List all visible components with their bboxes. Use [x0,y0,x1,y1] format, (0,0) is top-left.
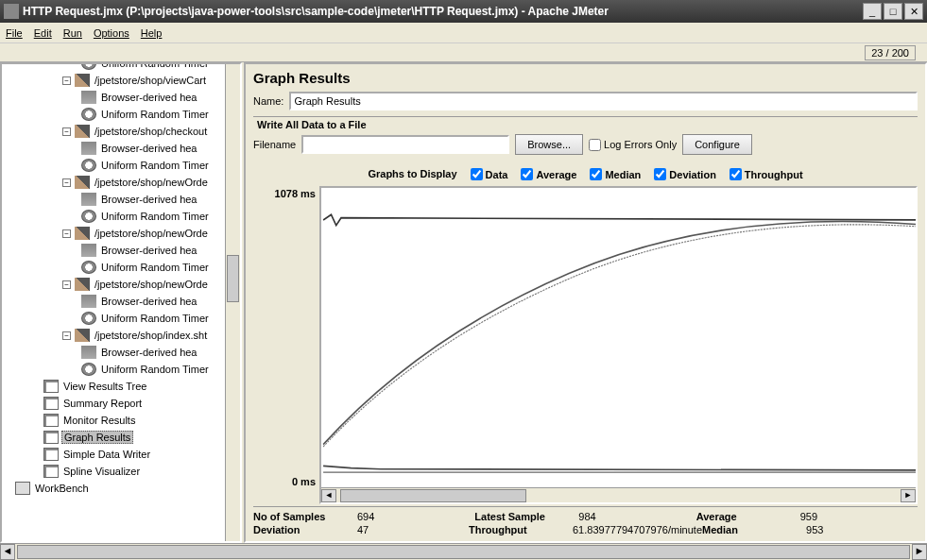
log-errors-checkbox[interactable]: Log Errors Only [589,139,677,151]
timer-icon [81,363,96,376]
pencil-icon [75,227,90,240]
tree-label: /jpetstore/shop/newOrde [93,279,210,290]
tree-node[interactable]: WorkBench [2,480,225,497]
chart-area: ◄ ► [319,186,918,504]
pencil-icon [75,74,90,87]
menu-edit[interactable]: Edit [34,27,52,39]
bottom-scroll-right-icon[interactable]: ► [912,544,927,560]
tree-node[interactable]: Browser-derived hea [2,140,225,157]
tree-node[interactable]: Uniform Random Timer [2,62,225,72]
bottom-scroll-left-icon[interactable]: ◄ [0,544,15,560]
browse-button[interactable]: Browse... [515,134,583,155]
header-icon [81,142,96,155]
cb-median[interactable]: Median [590,168,641,180]
cb-average[interactable]: Average [521,168,576,180]
deviation-line [323,466,916,470]
minimize-button[interactable]: _ [863,3,882,20]
tree-node[interactable]: −/jpetstore/shop/newOrde [2,276,225,293]
tree-node[interactable]: −/jpetstore/shop/newOrde [2,174,225,191]
window-title: HTTP Request.jmx (P:\projects\java-power… [23,5,863,18]
app-icon [4,4,19,19]
name-input[interactable] [289,92,918,110]
cb-throughput[interactable]: Throughput [730,168,803,180]
tree-toggle-icon[interactable]: − [62,178,71,187]
tree-node[interactable]: Browser-derived hea [2,191,225,208]
tree-toggle-icon[interactable]: − [62,76,71,85]
bottom-scrollbar[interactable]: ◄ ► [0,543,927,560]
tree-label: Monitor Results [61,415,137,426]
tree-label: Uniform Random Timer [99,109,211,120]
tree-label: Uniform Random Timer [99,364,211,375]
tree-node[interactable]: View Results Tree [2,378,225,395]
chart-h-scrollbar[interactable]: ◄ ► [321,487,916,502]
tree-label: /jpetstore/shop/newOrde [93,177,210,188]
tree-node[interactable]: Uniform Random Timer [2,106,225,123]
median-label: Median [702,524,806,535]
tree-node[interactable]: Spline Visualizer [2,463,225,480]
deviation-value: 47 [357,524,369,535]
scroll-left-icon[interactable]: ◄ [321,489,336,502]
close-button[interactable]: ✕ [904,3,923,20]
stats-area: No of Samples694 Latest Sample984 Averag… [253,506,918,535]
tree-toggle-icon[interactable]: − [62,331,71,340]
menu-help[interactable]: Help [141,27,163,39]
report-icon [43,448,59,461]
scroll-right-icon[interactable]: ► [901,489,916,502]
maximize-button[interactable]: □ [884,3,902,20]
tree-node[interactable]: Browser-derived hea [2,89,225,106]
timer-icon [81,108,96,121]
configure-button[interactable]: Configure [682,134,752,155]
tree-node[interactable]: Uniform Random Timer [2,259,225,276]
data-line [323,214,916,225]
scrollbar-thumb[interactable] [227,255,239,302]
tree-node[interactable]: Uniform Random Timer [2,208,225,225]
status-row: 23 / 200 [0,43,927,62]
throughput-label: Throughput [469,524,573,535]
menu-file[interactable]: File [6,27,23,39]
pencil-icon [75,278,90,291]
h-scroll-thumb[interactable] [340,489,526,502]
deviation-label: Deviation [253,524,357,535]
report-icon [43,465,59,478]
tree-node[interactable]: Browser-derived hea [2,293,225,310]
tree-label: Uniform Random Timer [99,313,211,324]
tree-toggle-icon[interactable]: − [62,127,71,136]
tree-node[interactable]: −/jpetstore/shop/index.sht [2,327,225,344]
tree-node[interactable]: Uniform Random Timer [2,157,225,174]
tree-node[interactable]: −/jpetstore/shop/viewCart [2,72,225,89]
tree-node[interactable]: Graph Results [2,429,225,446]
y-max-label: 1078 ms [275,188,316,199]
tree-node[interactable]: Browser-derived hea [2,344,225,361]
tree-node[interactable]: −/jpetstore/shop/checkout [2,123,225,140]
tree-node[interactable]: Monitor Results [2,412,225,429]
tree-scrollbar[interactable] [225,64,240,541]
thread-counter: 23 / 200 [865,45,916,60]
bottom-scroll-thumb[interactable] [17,545,910,559]
tree-node[interactable]: Uniform Random Timer [2,310,225,327]
tree-label: View Results Tree [61,381,148,392]
cb-data[interactable]: Data [471,168,508,180]
tree-toggle-icon[interactable]: − [62,280,71,289]
tree-panel[interactable]: Uniform Random Timer−/jpetstore/shop/vie… [0,62,242,543]
average-label: Average [696,511,800,522]
no-samples-label: No of Samples [253,511,357,522]
report-icon [43,414,59,427]
menu-options[interactable]: Options [94,27,129,39]
cb-deviation[interactable]: Deviation [654,168,716,180]
tree-node[interactable]: Summary Report [2,395,225,412]
tree-node[interactable]: Uniform Random Timer [2,361,225,378]
pencil-icon [75,125,90,138]
median-value: 953 [806,524,823,535]
average-value: 959 [800,511,817,522]
menu-run[interactable]: Run [63,27,82,39]
header-icon [81,295,96,308]
tree-label: Browser-derived hea [99,245,199,256]
average-line [323,221,916,444]
wb-icon [15,482,30,495]
tree-node[interactable]: −/jpetstore/shop/newOrde [2,225,225,242]
filename-input[interactable] [301,135,509,154]
tree-node[interactable]: Simple Data Writer [2,446,225,463]
chart-svg [321,188,916,487]
tree-toggle-icon[interactable]: − [62,229,71,238]
tree-node[interactable]: Browser-derived hea [2,242,225,259]
